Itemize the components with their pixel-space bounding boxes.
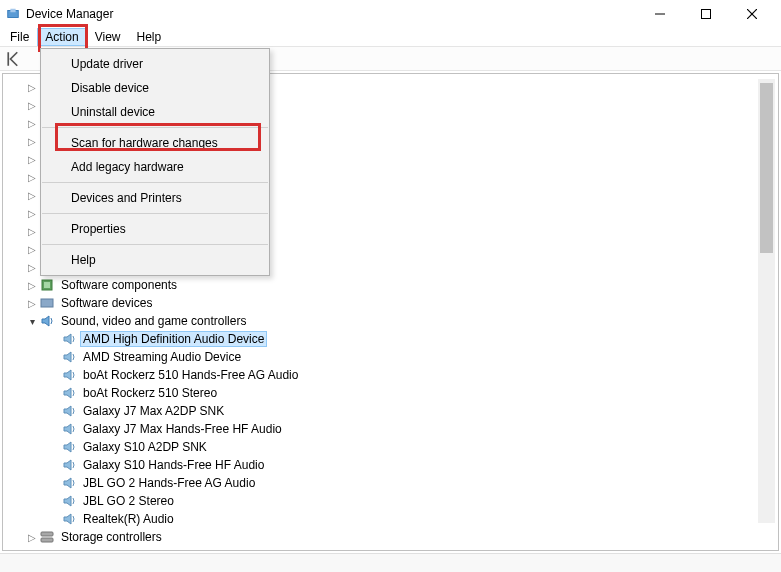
tree-node-audio-device[interactable]: boAt Rockerz 510 Hands-Free AG Audio	[3, 366, 778, 384]
menu-view[interactable]: View	[87, 28, 129, 46]
menubar: File Action View Help	[0, 28, 781, 47]
svg-rect-9	[41, 532, 53, 536]
menu-item-devices-printers[interactable]: Devices and Printers	[41, 186, 269, 210]
tree-node-label: JBL GO 2 Hands-Free AG Audio	[80, 475, 258, 491]
menu-item-properties[interactable]: Properties	[41, 217, 269, 241]
chevron-right-icon[interactable]: ▷	[25, 206, 39, 220]
window-controls	[637, 0, 775, 28]
speaker-icon	[61, 367, 77, 383]
storage-icon	[39, 529, 55, 545]
tree-node-label: Galaxy S10 A2DP SNK	[80, 439, 210, 455]
chevron-right-icon[interactable]: ▷	[25, 260, 39, 274]
tree-node-audio-device[interactable]: Galaxy J7 Max Hands-Free HF Audio	[3, 420, 778, 438]
close-button[interactable]	[729, 0, 775, 28]
tree-node-label: boAt Rockerz 510 Stereo	[80, 385, 220, 401]
tree-node-label: JBL GO 2 Stereo	[80, 493, 177, 509]
svg-rect-3	[702, 10, 711, 19]
tree-node-audio-device[interactable]: Galaxy S10 Hands-Free HF Audio	[3, 456, 778, 474]
tree-node-label: AMD High Definition Audio Device	[80, 331, 267, 347]
menu-file[interactable]: File	[2, 28, 37, 46]
menu-action[interactable]: Action	[37, 28, 86, 46]
speaker-icon	[61, 493, 77, 509]
tree-node-audio-device[interactable]: Galaxy J7 Max A2DP SNK	[3, 402, 778, 420]
statusbar	[0, 553, 781, 572]
chevron-right-icon[interactable]: ▷	[25, 278, 39, 292]
speaker-icon	[61, 421, 77, 437]
tree-node-label: Galaxy J7 Max A2DP SNK	[80, 403, 227, 419]
menu-separator	[42, 182, 268, 183]
svg-rect-1	[10, 9, 15, 13]
back-arrow-icon[interactable]	[6, 50, 24, 68]
component-icon	[39, 277, 55, 293]
speaker-icon	[61, 475, 77, 491]
svg-rect-8	[41, 299, 53, 307]
chevron-right-icon[interactable]: ▷	[25, 530, 39, 544]
tree-node-label: AMD Streaming Audio Device	[80, 349, 244, 365]
menu-item-help[interactable]: Help	[41, 248, 269, 272]
chevron-down-icon[interactable]: ▾	[25, 314, 39, 328]
speaker-icon	[61, 331, 77, 347]
speaker-icon	[61, 385, 77, 401]
tree-node-label: Galaxy S10 Hands-Free HF Audio	[80, 457, 267, 473]
tree-node-label: Galaxy J7 Max Hands-Free HF Audio	[80, 421, 285, 437]
menu-item-scan-hardware[interactable]: Scan for hardware changes	[41, 131, 269, 155]
tree-node-label: boAt Rockerz 510 Hands-Free AG Audio	[80, 367, 301, 383]
tree-node-label: Software devices	[58, 295, 155, 311]
chevron-right-icon[interactable]: ▷	[25, 296, 39, 310]
chevron-right-icon[interactable]: ▷	[25, 98, 39, 112]
vertical-scrollbar[interactable]	[758, 79, 775, 523]
tree-node-audio-device[interactable]: AMD High Definition Audio Device	[3, 330, 778, 348]
tree-node-audio-device[interactable]: AMD Streaming Audio Device	[3, 348, 778, 366]
chevron-right-icon[interactable]: ▷	[25, 134, 39, 148]
action-dropdown-menu: Update driver Disable device Uninstall d…	[40, 48, 270, 276]
window-title: Device Manager	[26, 7, 637, 21]
tree-node-label: Sound, video and game controllers	[58, 313, 249, 329]
tree-node-label: Realtek(R) Audio	[80, 511, 177, 527]
speaker-icon	[61, 403, 77, 419]
chevron-right-icon[interactable]: ▷	[25, 242, 39, 256]
menu-help[interactable]: Help	[129, 28, 170, 46]
chevron-right-icon[interactable]: ▷	[25, 170, 39, 184]
titlebar: Device Manager	[0, 0, 781, 28]
maximize-button[interactable]	[683, 0, 729, 28]
tree-node-storage-controllers[interactable]: ▷ Storage controllers	[3, 528, 778, 546]
tree-node-audio-device[interactable]: boAt Rockerz 510 Stereo	[3, 384, 778, 402]
tree-node-audio-device[interactable]: JBL GO 2 Hands-Free AG Audio	[3, 474, 778, 492]
menu-item-add-legacy[interactable]: Add legacy hardware	[41, 155, 269, 179]
svg-rect-10	[41, 538, 53, 542]
speaker-icon	[61, 349, 77, 365]
chevron-right-icon[interactable]: ▷	[25, 224, 39, 238]
chevron-right-icon[interactable]: ▷	[25, 152, 39, 166]
speaker-icon	[61, 511, 77, 527]
menu-item-disable-device[interactable]: Disable device	[41, 76, 269, 100]
svg-rect-7	[44, 282, 50, 288]
menu-separator	[42, 213, 268, 214]
tree-node-audio-device[interactable]: Realtek(R) Audio	[3, 510, 778, 528]
device-icon	[39, 295, 55, 311]
menu-separator	[42, 127, 268, 128]
tree-node-audio-device[interactable]: JBL GO 2 Stereo	[3, 492, 778, 510]
menu-separator	[42, 244, 268, 245]
tree-node-software-devices[interactable]: ▷ Software devices	[3, 294, 778, 312]
tree-node-audio-device[interactable]: Galaxy S10 A2DP SNK	[3, 438, 778, 456]
tree-node-label: Software components	[58, 277, 180, 293]
chevron-right-icon[interactable]: ▷	[25, 188, 39, 202]
app-icon	[6, 7, 20, 21]
tree-node-software-components[interactable]: ▷ Software components	[3, 276, 778, 294]
minimize-button[interactable]	[637, 0, 683, 28]
scrollbar-thumb[interactable]	[760, 83, 773, 253]
tree-node-sound-video[interactable]: ▾ Sound, video and game controllers	[3, 312, 778, 330]
chevron-right-icon[interactable]: ▷	[25, 116, 39, 130]
speaker-icon	[61, 439, 77, 455]
speaker-icon	[39, 313, 55, 329]
menu-item-uninstall-device[interactable]: Uninstall device	[41, 100, 269, 124]
tree-node-label: Storage controllers	[58, 529, 165, 545]
speaker-icon	[61, 457, 77, 473]
menu-item-update-driver[interactable]: Update driver	[41, 52, 269, 76]
chevron-right-icon[interactable]: ▷	[25, 80, 39, 94]
